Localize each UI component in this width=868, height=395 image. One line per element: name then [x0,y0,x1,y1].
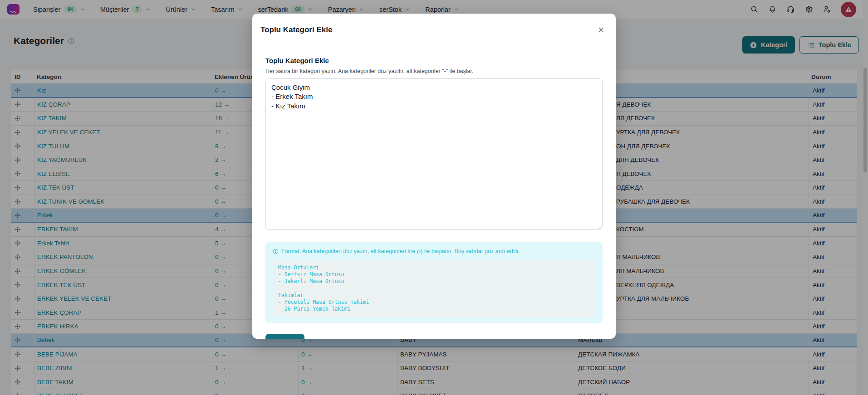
format-info-text: Format: Ana kategorileri düz yazın, alt … [281,248,520,254]
format-example-code: Masa Ortuleri - Dertsiz Masa Ortusu - Ja… [273,260,595,317]
bulk-add-modal: Toplu Kategori Ekle × Toplu Kategori Ekl… [252,14,616,339]
modal-title: Toplu Kategori Ekle [260,25,332,34]
info-circle-icon [273,249,279,254]
close-icon[interactable]: × [594,23,608,37]
modal-header: Toplu Kategori Ekle × [252,14,616,46]
format-infobox: Format: Ana kategorileri düz yazın, alt … [265,242,603,323]
modal-section-heading: Toplu Kategori Ekle [265,57,603,64]
modal-body: Toplu Kategori Ekle Her satıra bir kateg… [252,46,616,339]
categories-textarea[interactable]: Çocuk Giyim - Erkek Takım - Kız Takım [265,78,603,230]
save-button[interactable]: Kaydet [265,334,304,339]
format-info-line: Format: Ana kategorileri düz yazın, alt … [273,248,595,254]
modal-helper-text: Her satıra bir kategori yazın. Ana kateg… [265,68,603,74]
screen: Siparişler 84 Müşteriler 7 Ürünler Tasar… [0,0,868,395]
